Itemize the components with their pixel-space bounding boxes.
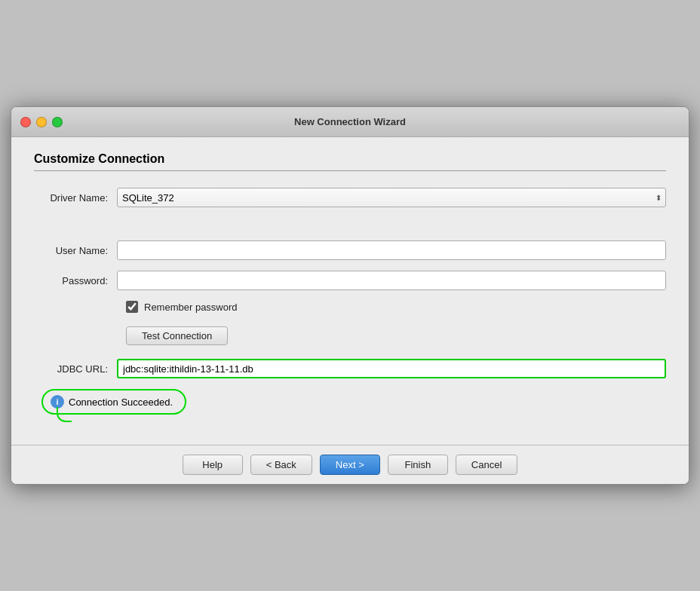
status-area: i Connection Succeeded. [41,389,666,415]
driver-row: Driver Name: SQLite_372 ⬍ [34,188,666,207]
minimize-button[interactable] [36,117,47,127]
username-input[interactable] [117,240,666,260]
status-bubble: i Connection Succeeded. [41,389,186,415]
jdbc-url-input[interactable] [117,359,666,378]
username-row: User Name: [34,240,666,260]
title-bar: New Connection Wizard [11,107,689,137]
back-button[interactable]: < Back [250,455,312,475]
cancel-button[interactable]: Cancel [456,455,517,475]
close-button[interactable] [20,117,31,127]
next-button[interactable]: Next > [320,455,380,475]
driver-select-wrapper: SQLite_372 ⬍ [117,188,666,207]
section-title: Customize Connection [34,152,666,166]
test-connection-button[interactable]: Test Connection [126,326,228,345]
remember-password-checkbox[interactable] [126,301,138,313]
section-divider [34,170,666,171]
password-label: Password: [34,275,117,286]
help-button[interactable]: Help [183,455,243,475]
driver-label: Driver Name: [34,192,117,204]
info-icon: i [51,395,64,409]
spacer1 [34,218,666,240]
password-input[interactable] [117,271,666,290]
driver-select[interactable]: SQLite_372 [117,188,666,207]
window-controls [20,117,63,127]
bottom-bar: Help < Back Next > Finish Cancel [11,445,689,484]
status-message: Connection Succeeded. [69,397,173,408]
window-title: New Connection Wizard [294,116,406,127]
jdbc-label: JDBC URL: [34,363,117,375]
main-window: New Connection Wizard Customize Connecti… [11,106,689,485]
username-label: User Name: [34,245,117,256]
maximize-button[interactable] [52,117,63,127]
test-connection-row: Test Connection [126,326,666,345]
remember-password-row: Remember password [126,301,666,313]
content-area: Customize Connection Driver Name: SQLite… [11,137,689,445]
jdbc-url-row: JDBC URL: [34,359,666,378]
remember-password-label[interactable]: Remember password [144,302,238,313]
jdbc-field-wrapper [117,359,666,378]
finish-button[interactable]: Finish [388,455,448,475]
password-row: Password: [34,271,666,290]
